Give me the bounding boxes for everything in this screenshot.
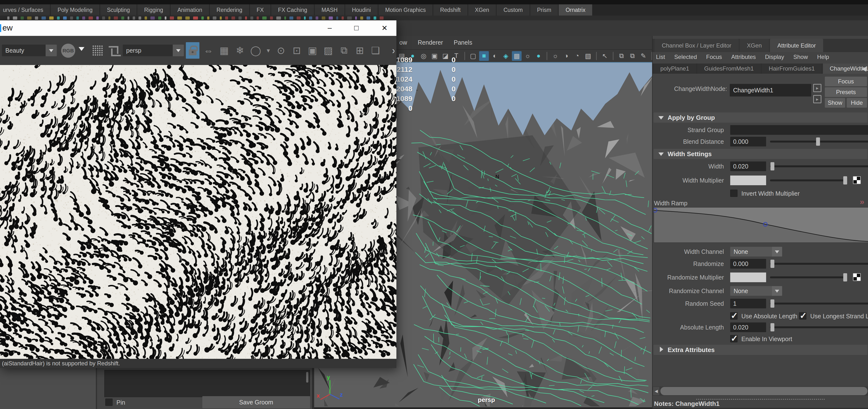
panel-tab-xgen[interactable]: XGen: [740, 39, 769, 52]
half-shade-sphere-icon[interactable]: ◐: [490, 51, 500, 61]
textured-sphere-icon[interactable]: ▩: [512, 51, 522, 61]
oval-icon[interactable]: ◯: [249, 42, 262, 59]
slider-handle[interactable]: [771, 260, 774, 268]
maximize-button[interactable]: □: [347, 21, 365, 35]
shelf-tab-animation[interactable]: Animation: [170, 4, 209, 15]
random-seed-input[interactable]: 1: [730, 299, 766, 308]
layer-stack-2-icon[interactable]: ⧉: [628, 51, 637, 61]
panel-tab-channel-box-layer-editor[interactable]: Channel Box / Layer Editor: [654, 39, 739, 52]
absolute-length-slider[interactable]: [770, 326, 868, 328]
copy-tab-icon[interactable]: ▸: [813, 95, 822, 103]
close-button[interactable]: ✕: [375, 21, 394, 35]
strand-group-input[interactable]: [730, 125, 868, 135]
grid-icon[interactable]: ▦: [217, 42, 231, 59]
slider-handle[interactable]: [816, 137, 820, 146]
ae-menu-help[interactable]: Help: [817, 54, 829, 60]
image-editor-icon[interactable]: ✎: [639, 51, 648, 61]
light-1-icon[interactable]: ☼: [551, 51, 560, 61]
randomize-input[interactable]: 0.000: [730, 259, 766, 269]
slider-handle[interactable]: [771, 323, 774, 332]
extra-attributes-header[interactable]: Extra Attributes: [654, 345, 868, 355]
swap-node-icon[interactable]: ▸: [813, 84, 822, 92]
invert-width-multiplier-checkbox[interactable]: [730, 190, 738, 197]
slider-handle[interactable]: [771, 162, 774, 170]
marquee-select-icon[interactable]: ↖: [600, 51, 610, 61]
slider-handle[interactable]: [771, 299, 774, 308]
light-2-icon[interactable]: ◑: [561, 51, 571, 61]
render-pass-dropdown[interactable]: Beauty: [2, 45, 57, 56]
ae-menu-display[interactable]: Display: [765, 54, 784, 60]
dither-icon[interactable]: [92, 45, 103, 56]
render-view-titlebar[interactable]: ew – □ ✕: [0, 20, 396, 36]
dropdown-arrow-icon[interactable]: [45, 45, 57, 56]
groom-textarea-scrollbar[interactable]: [306, 372, 308, 382]
render-region-icon[interactable]: ⊙: [274, 42, 288, 59]
tab-scroll-left-icon[interactable]: [860, 65, 868, 73]
shelf-tab-rigging[interactable]: Rigging: [137, 4, 170, 15]
crop-region-icon[interactable]: [109, 45, 119, 56]
stripes-icon[interactable]: ▨: [321, 42, 335, 59]
shelf-tab-poly-modeling[interactable]: Poly Modeling: [51, 4, 99, 15]
groom-notes-textarea[interactable]: [104, 370, 310, 397]
hide-button[interactable]: Hide: [847, 98, 867, 108]
shelf-tab-sculpting[interactable]: Sculpting: [100, 4, 137, 15]
absolute-length-input[interactable]: 0.020: [730, 322, 766, 332]
panel-tab-attribute-editor[interactable]: Attribute Editor: [770, 39, 823, 52]
shelf-tab-rendering[interactable]: Rendering: [210, 4, 249, 15]
blend-distance-input[interactable]: 0.000: [730, 137, 766, 146]
shelf-tab-houdini[interactable]: Houdini: [345, 4, 378, 15]
slider-handle[interactable]: [843, 273, 847, 281]
keep-image-icon[interactable]: ⧉: [337, 42, 351, 59]
randomize-multiplier-swatch[interactable]: [730, 273, 766, 282]
horizontal-scrollbar-thumb[interactable]: [660, 387, 868, 395]
width-multiplier-swatch[interactable]: [730, 175, 766, 185]
width-input[interactable]: 0.020: [730, 162, 766, 171]
lock-render-view-button[interactable]: [186, 42, 199, 59]
random-seed-slider[interactable]: [770, 303, 868, 305]
pan-icon[interactable]: ⇔: [202, 42, 215, 59]
shelf-tab-redshift[interactable]: Redshift: [433, 4, 467, 15]
render-camera-dropdown[interactable]: persp: [123, 45, 184, 56]
shelf-tab-ornatrix[interactable]: Ornatrix: [559, 4, 592, 15]
use-longest-strand-length-checkbox[interactable]: [799, 312, 806, 319]
width-slider[interactable]: [770, 165, 868, 167]
map-button-icon[interactable]: [853, 273, 861, 281]
notes-splitter-handle[interactable]: [696, 399, 825, 400]
shelf-tab-xgen[interactable]: XGen: [468, 4, 496, 15]
shelf-tab-fx-caching[interactable]: FX Caching: [271, 4, 314, 15]
enable-in-viewport-checkbox[interactable]: [730, 335, 738, 342]
snowflake-icon[interactable]: ❄: [233, 42, 247, 59]
rendered-fur-image[interactable]: [0, 65, 396, 359]
pin-checkbox[interactable]: [105, 399, 113, 406]
channel-display-button[interactable]: RGB: [61, 44, 75, 58]
blend-distance-slider[interactable]: [770, 141, 868, 142]
shelf-tab-custom[interactable]: Custom: [497, 4, 529, 15]
apply-by-group-header[interactable]: Apply by Group: [654, 112, 868, 123]
notes-text-area[interactable]: [653, 408, 868, 409]
dropdown-arrow-icon[interactable]: [772, 286, 782, 296]
overflow-icon[interactable]: »: [388, 42, 395, 59]
image-target-icon[interactable]: ▣: [306, 42, 319, 59]
shelf-tab-prism[interactable]: Prism: [530, 4, 558, 15]
shelf-tab-fx[interactable]: FX: [250, 4, 271, 15]
node-tab-polyplane1[interactable]: polyPlane1: [654, 64, 696, 74]
width-multiplier-slider[interactable]: [770, 179, 847, 181]
ae-menu-focus[interactable]: Focus: [706, 54, 722, 60]
paint-effects-icon[interactable]: ▧: [583, 51, 593, 61]
ramp-jump-icon[interactable]: [860, 197, 864, 206]
map-button-icon[interactable]: [853, 176, 861, 184]
randomize-channel-dropdown[interactable]: None: [730, 286, 782, 296]
width-settings-header[interactable]: Width Settings: [654, 149, 868, 159]
ae-menu-show[interactable]: Show: [793, 54, 808, 60]
dropdown-arrow-icon[interactable]: [173, 45, 184, 56]
shadows-icon[interactable]: ●: [534, 51, 544, 61]
ae-menu-selected[interactable]: Selected: [674, 54, 697, 60]
use-absolute-length-checkbox[interactable]: [730, 312, 738, 319]
ae-menu-attributes[interactable]: Attributes: [731, 54, 756, 60]
target-dot-icon[interactable]: ⊡: [290, 42, 304, 59]
layer-stack-1-icon[interactable]: ⧉: [617, 51, 626, 61]
randomize-multiplier-slider[interactable]: [770, 276, 847, 278]
channel-dropdown-arrow-icon[interactable]: [79, 47, 85, 54]
node-name-field[interactable]: ChangeWidth1: [730, 84, 811, 97]
presets-button[interactable]: Presets: [825, 87, 867, 97]
